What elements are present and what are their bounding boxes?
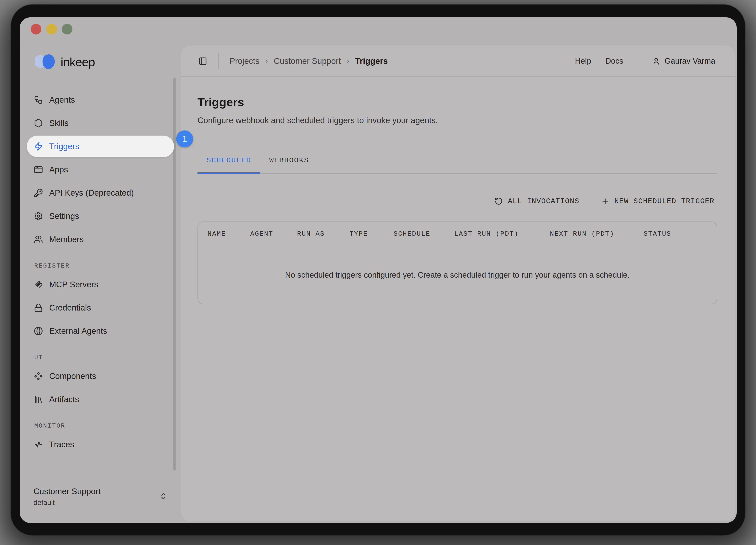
- sidebar-item-credentials[interactable]: Credentials: [27, 297, 174, 319]
- zap-icon: [34, 142, 43, 151]
- project-graph: default: [33, 499, 101, 507]
- scheduled-triggers-table: NAME AGENT RUN AS TYPE SCHEDULE LAST RUN…: [197, 221, 717, 304]
- panel-left-icon: [198, 57, 207, 65]
- new-scheduled-trigger-button[interactable]: NEW SCHEDULED TRIGGER: [601, 197, 714, 205]
- page-title: Triggers: [197, 95, 717, 109]
- header-divider: [218, 53, 219, 69]
- sidebar-item-mcp-servers[interactable]: MCP Servers: [27, 274, 174, 296]
- user-icon: [652, 57, 660, 65]
- globe-icon: [34, 327, 43, 336]
- sidebar-item-label: Skills: [49, 118, 69, 128]
- sidebar-scrollbar[interactable]: [173, 78, 176, 471]
- all-invocations-button[interactable]: ALL INVOCATIONS: [495, 197, 579, 205]
- breadcrumb-project[interactable]: Customer Support: [274, 56, 341, 66]
- app-window: inkeep Agents Skills Triggers Apps: [20, 17, 737, 523]
- lock-icon: [34, 303, 43, 312]
- history-icon: [495, 197, 503, 205]
- users-icon: [34, 235, 43, 244]
- hexagon-icon: [34, 119, 43, 128]
- gear-icon: [34, 211, 43, 221]
- sidebar-item-apps[interactable]: Apps: [27, 159, 174, 180]
- page-content: Triggers Configure webhook and scheduled…: [181, 95, 735, 304]
- chevrons-up-down-icon: [159, 492, 167, 501]
- key-icon: [34, 188, 43, 197]
- help-link[interactable]: Help: [575, 57, 591, 65]
- project-switcher-labels: Customer Support default: [33, 487, 101, 507]
- breadcrumb-current: Triggers: [355, 56, 388, 66]
- sidebar-item-label: Apps: [49, 165, 68, 174]
- mcp-icon: [34, 280, 43, 289]
- plus-icon: [601, 197, 609, 205]
- column-header-schedule: SCHEDULE: [394, 230, 454, 237]
- project-name: Customer Support: [33, 487, 101, 496]
- titlebar: [20, 17, 737, 41]
- table-header-row: NAME AGENT RUN AS TYPE SCHEDULE LAST RUN…: [198, 222, 717, 246]
- user-menu[interactable]: Gaurav Varma: [652, 57, 715, 65]
- component-icon: [34, 372, 43, 381]
- sidebar-item-label: Triggers: [49, 142, 79, 151]
- sidebar-section-monitor: MONITOR: [34, 423, 174, 429]
- breadcrumb-projects[interactable]: Projects: [230, 56, 259, 66]
- tab-bar: SCHEDULED WEBHOOKS: [197, 156, 717, 174]
- project-switcher[interactable]: Customer Support default: [33, 487, 167, 507]
- new-scheduled-trigger-label: NEW SCHEDULED TRIGGER: [614, 197, 714, 205]
- column-header-next-run: NEXT RUN (PDT): [550, 230, 644, 237]
- sidebar-item-skills[interactable]: Skills: [27, 112, 174, 134]
- all-invocations-label: ALL INVOCATIONS: [508, 197, 579, 205]
- sidebar-section-ui: UI: [34, 354, 174, 361]
- sidebar-item-triggers[interactable]: Triggers: [27, 135, 174, 157]
- sidebar-item-label: Settings: [49, 211, 79, 221]
- header-right: Help Docs Gaurav Varma: [561, 53, 715, 69]
- minimize-window-button[interactable]: [46, 24, 57, 34]
- inkeep-logo-icon: [33, 52, 57, 71]
- chevron-right-icon: ›: [265, 57, 268, 65]
- header-divider: [638, 53, 638, 69]
- app-window-icon: [34, 165, 43, 174]
- column-header-run-as: RUN AS: [297, 230, 349, 237]
- library-icon: [34, 395, 43, 404]
- sidebar-item-settings[interactable]: Settings: [27, 205, 174, 227]
- chevron-right-icon: ›: [347, 57, 349, 65]
- empty-state-message: No scheduled triggers configured yet. Cr…: [198, 246, 717, 304]
- page-description: Configure webhook and scheduled triggers…: [197, 116, 717, 125]
- sidebar-item-artifacts[interactable]: Artifacts: [27, 389, 174, 410]
- column-header-type: TYPE: [349, 230, 394, 237]
- docs-link[interactable]: Docs: [605, 57, 623, 65]
- actions-row: ALL INVOCATIONS NEW SCHEDULED TRIGGER: [197, 197, 717, 205]
- sidebar-item-external-agents[interactable]: External Agents: [27, 320, 174, 342]
- column-header-status: STATUS: [644, 230, 717, 237]
- sidebar-item-label: MCP Servers: [49, 280, 98, 289]
- sidebar-item-components[interactable]: Components: [27, 365, 174, 387]
- brand-logo-text: inkeep: [61, 55, 95, 69]
- step-badge: 1: [176, 130, 193, 147]
- main-panel: Projects › Customer Support › Triggers H…: [181, 45, 735, 521]
- sidebar-item-label: Credentials: [49, 303, 91, 313]
- sidebar-item-api-keys[interactable]: API Keys (Deprecated): [27, 182, 174, 204]
- sidebar-item-label: Traces: [49, 440, 74, 449]
- sidebar-toggle-button[interactable]: [198, 57, 207, 65]
- sidebar-item-members[interactable]: Members: [27, 228, 174, 250]
- workflow-icon: [34, 95, 43, 104]
- sidebar-item-traces[interactable]: Traces: [27, 434, 174, 455]
- sidebar-item-label: Members: [49, 235, 84, 244]
- breadcrumb: Projects › Customer Support › Triggers: [230, 56, 388, 66]
- top-navbar: Projects › Customer Support › Triggers H…: [181, 45, 735, 77]
- sidebar-section-register: REGISTER: [34, 262, 174, 269]
- zoom-window-button[interactable]: [62, 24, 72, 34]
- sidebar-item-label: API Keys (Deprecated): [49, 188, 134, 198]
- close-window-button[interactable]: [31, 24, 41, 34]
- sidebar-item-agents[interactable]: Agents: [27, 89, 174, 111]
- sidebar-item-label: Artifacts: [49, 395, 79, 404]
- tab-scheduled[interactable]: SCHEDULED: [197, 156, 260, 174]
- column-header-agent: AGENT: [250, 230, 297, 237]
- sidebar-item-label: Agents: [49, 95, 75, 105]
- sidebar: inkeep Agents Skills Triggers Apps: [20, 41, 181, 523]
- sidebar-nav: Agents Skills Triggers Apps API Keys (De: [20, 89, 181, 455]
- brand-logo[interactable]: inkeep: [33, 52, 181, 71]
- sidebar-item-label: Components: [49, 372, 96, 381]
- sidebar-item-label: External Agents: [49, 326, 107, 336]
- column-header-name: NAME: [208, 230, 250, 237]
- activity-icon: [34, 440, 43, 449]
- tab-webhooks[interactable]: WEBHOOKS: [260, 156, 318, 174]
- app-body: inkeep Agents Skills Triggers Apps: [20, 41, 737, 523]
